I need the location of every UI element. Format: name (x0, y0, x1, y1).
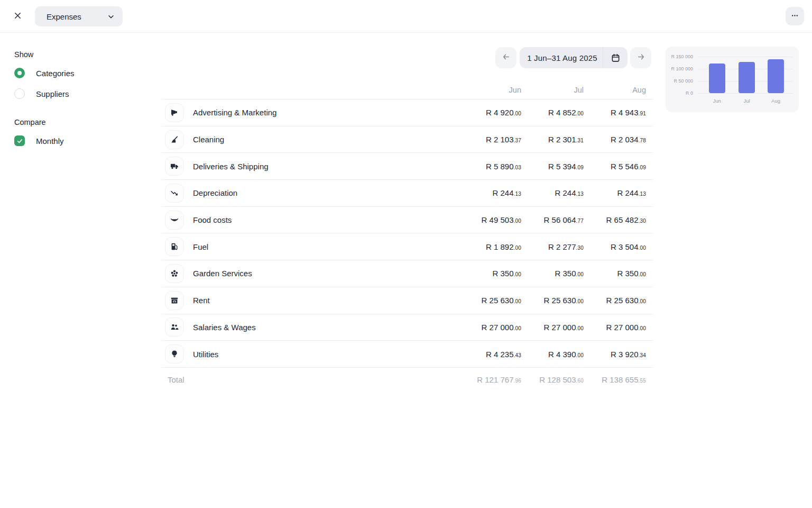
chart-ytick-label: R 100 000 (666, 66, 693, 71)
amount-cell: R 3 504.00 (590, 242, 653, 251)
total-row: Total R 121 767.96 R 128 503.60 R 138 65… (161, 367, 653, 392)
amount-cell: R 1 892.00 (466, 242, 528, 251)
table-row[interactable]: Deliveries & Shipping R 5 890.03R 5 394.… (161, 152, 653, 179)
amount-cell: R 2 301.31 (528, 135, 590, 144)
amount-cell: R 350.00 (466, 269, 528, 278)
amount-cell: R 27 000.00 (528, 323, 590, 332)
calendar-icon (603, 47, 628, 68)
amount-cell: R 244.13 (590, 188, 653, 197)
table-row[interactable]: Garden Services R 350.00R 350.00R 350.00 (161, 260, 653, 287)
date-range-button[interactable]: 1 Jun–31 Aug 2025 (520, 47, 628, 68)
amount-cell: R 5 546.09 (590, 162, 653, 171)
chart-bar-aug[interactable] (768, 59, 784, 93)
table-row[interactable]: Depreciation R 244.13R 244.13R 244.13 (161, 179, 653, 206)
radio-suppliers-label: Suppliers (36, 89, 69, 98)
report-type-label: Expenses (47, 12, 81, 21)
amount-cell: R 350.00 (528, 269, 590, 278)
mini-chart: R 150 000R 100 000R 50 000R 0JunJulAug (666, 47, 799, 112)
category-label: Salaries & Wages (193, 323, 256, 332)
amount-cell: R 2 034.78 (590, 135, 653, 144)
more-button[interactable] (786, 7, 804, 25)
table-row[interactable]: Cleaning R 2 103.37R 2 301.31R 2 034.78 (161, 126, 653, 153)
category-label: Garden Services (193, 269, 252, 278)
report-type-dropdown[interactable]: Expenses (35, 6, 123, 26)
checkbox-monthly[interactable]: Monthly (14, 135, 141, 146)
column-header-aug: Aug (590, 86, 653, 94)
category-label: Food costs (193, 215, 232, 224)
more-icon (791, 12, 799, 21)
table-row[interactable]: Fuel R 1 892.00R 2 277.30R 3 504.00 (161, 233, 653, 260)
column-header-jul: Jul (528, 86, 590, 94)
compare-section-title: Compare (14, 118, 141, 126)
amount-cell: R 25 630.00 (466, 296, 528, 305)
amount-cell: R 5 890.03 (466, 162, 528, 171)
chart-xtick-label: Jun (706, 98, 729, 104)
prev-period-button[interactable] (495, 47, 516, 68)
people-icon (165, 318, 184, 337)
table-header: Jun Jul Aug (161, 79, 653, 99)
food-icon (165, 211, 184, 230)
arrow-right-icon (636, 52, 645, 63)
table-row[interactable]: Food costs R 49 503.00R 56 064.77R 65 48… (161, 206, 653, 233)
checkbox-checked-icon (14, 135, 25, 146)
chart-gridline (697, 93, 792, 94)
trending-down-icon (165, 184, 184, 203)
total-amount-jul: R 128 503.60 (528, 375, 590, 384)
amount-cell: R 5 394.09 (528, 162, 590, 171)
amount-cell: R 4 852.00 (528, 108, 590, 117)
amount-cell: R 49 503.00 (466, 215, 528, 224)
fuel-pump-icon (165, 237, 184, 256)
checkbox-monthly-label: Monthly (36, 137, 64, 146)
radio-suppliers[interactable]: Suppliers (14, 88, 141, 99)
chart-ytick-label: R 150 000 (666, 54, 693, 59)
date-range-label: 1 Jun–31 Aug 2025 (520, 53, 603, 62)
amount-cell: R 2 277.30 (528, 242, 590, 251)
category-label: Fuel (193, 242, 208, 251)
chart-ytick-label: R 0 (666, 90, 693, 96)
amount-cell: R 27 000.00 (590, 323, 653, 332)
category-label: Rent (193, 296, 210, 305)
chart-xtick-label: Aug (764, 98, 788, 104)
arrow-left-icon (502, 52, 511, 63)
table-row[interactable]: Utilities R 4 235.43R 4 390.00R 3 920.34 (161, 340, 653, 367)
amount-cell: R 350.00 (590, 269, 653, 278)
chart-bar-jun[interactable] (709, 64, 725, 93)
chart-xtick-label: Jul (735, 98, 759, 104)
table-row[interactable]: Salaries & Wages R 27 000.00R 27 000.00R… (161, 314, 653, 341)
megaphone-icon (165, 103, 184, 122)
amount-cell: R 4 390.00 (528, 350, 590, 359)
amount-cell: R 25 630.00 (590, 296, 653, 305)
chevron-down-icon (107, 12, 115, 21)
chart-ytick-label: R 50 000 (666, 78, 693, 84)
close-button[interactable] (13, 12, 22, 21)
total-label: Total (161, 375, 466, 384)
category-label: Cleaning (193, 135, 224, 144)
next-period-button[interactable] (630, 47, 651, 68)
amount-cell: R 4 943.91 (590, 108, 653, 117)
radio-selected-icon (14, 68, 25, 78)
broom-icon (165, 130, 184, 149)
radio-unselected-icon (14, 88, 25, 99)
topbar: Expenses (0, 0, 812, 33)
category-label: Utilities (193, 350, 218, 359)
amount-cell: R 65 482.30 (590, 215, 653, 224)
amount-cell: R 25 630.00 (528, 296, 590, 305)
amount-cell: R 244.13 (528, 188, 590, 197)
chart-bar-jul[interactable] (739, 62, 755, 93)
storefront-icon (165, 291, 184, 310)
amount-cell: R 4 235.43 (466, 350, 528, 359)
amount-cell: R 244.13 (466, 188, 528, 197)
amount-cell: R 27 000.00 (466, 323, 528, 332)
table-row[interactable]: Rent R 25 630.00R 25 630.00R 25 630.00 (161, 287, 653, 314)
radio-categories[interactable]: Categories (14, 68, 141, 78)
expenses-table: Jun Jul Aug Advertising & Marketing R 4 … (161, 79, 653, 392)
category-label: Advertising & Marketing (193, 108, 276, 117)
amount-cell: R 2 103.37 (466, 135, 528, 144)
show-section-title: Show (14, 50, 141, 59)
truck-icon (165, 157, 184, 176)
close-icon (14, 12, 22, 21)
radio-categories-label: Categories (36, 69, 75, 78)
total-amount-aug: R 138 655.55 (590, 375, 653, 384)
flower-icon (165, 264, 184, 283)
table-row[interactable]: Advertising & Marketing R 4 920.00R 4 85… (161, 99, 653, 126)
